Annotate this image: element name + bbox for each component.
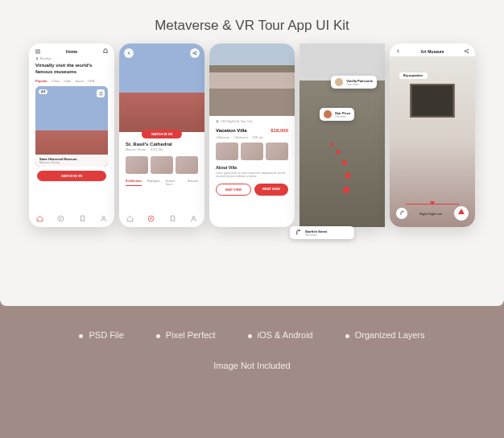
feature-psd: PSD File bbox=[79, 330, 123, 340]
amenity-bedrooms: 4 Bedrooms bbox=[216, 136, 229, 139]
back-button[interactable] bbox=[124, 48, 134, 58]
ar-path-icon bbox=[324, 140, 364, 205]
card-rating: 4.8 bbox=[39, 89, 48, 94]
compass-icon[interactable] bbox=[57, 215, 64, 222]
phone-mockups: Home Brooklyn Virtually visit the world'… bbox=[0, 43, 504, 227]
profile-icon[interactable] bbox=[190, 215, 197, 222]
svg-point-9 bbox=[342, 160, 347, 165]
progress-slider[interactable] bbox=[406, 204, 459, 205]
villa-address: 1315 Eighth St, New York bbox=[209, 116, 295, 123]
svg-point-4 bbox=[196, 54, 196, 55]
poi-avatar bbox=[324, 110, 332, 118]
turn-icon bbox=[294, 229, 302, 237]
detail-tabs: Exhibitions Highlights Guided Tours Artw… bbox=[119, 176, 204, 188]
poi-title: Vanilla Patisserie bbox=[346, 79, 373, 83]
tab-highlights[interactable]: Highlights bbox=[147, 180, 160, 186]
street-distance: 300 meters bbox=[305, 233, 327, 237]
hero-heading: Virtually visit the world's famous museu… bbox=[29, 60, 114, 79]
share-icon[interactable] bbox=[464, 48, 469, 54]
thumb[interactable] bbox=[216, 143, 238, 160]
tab-guided[interactable]: Guided Tours bbox=[165, 180, 183, 186]
thumb[interactable] bbox=[266, 143, 288, 160]
screen-villa: 1315 Eighth St, New York Vacation Villa … bbox=[209, 43, 295, 227]
card-subtitle: Moscow, Russia bbox=[39, 161, 104, 164]
feature-pixel: Pixel Perfect bbox=[156, 330, 216, 340]
poi-distance: 100 meter bbox=[335, 115, 350, 118]
artwork-name: Big apparation bbox=[403, 74, 423, 77]
direction-card[interactable]: Starfish Street 300 meters bbox=[290, 226, 354, 239]
tab-exhibitions[interactable]: Exhibitions bbox=[126, 180, 142, 186]
tab-usa[interactable]: USA bbox=[88, 79, 94, 83]
bell-icon[interactable] bbox=[102, 48, 109, 55]
svg-point-10 bbox=[345, 173, 351, 179]
compass-icon[interactable] bbox=[454, 206, 469, 221]
amenity-bathrooms: 2 Bathrooms bbox=[233, 136, 248, 139]
tab-artwork[interactable]: Artwork bbox=[188, 180, 198, 186]
feature-layers: Organized Layers bbox=[345, 330, 425, 340]
thumb[interactable] bbox=[176, 156, 198, 174]
tab-india[interactable]: India bbox=[64, 79, 71, 83]
compass-icon[interactable] bbox=[147, 215, 155, 222]
share-button[interactable] bbox=[190, 48, 200, 58]
feature-list: PSD File Pixel Perfect iOS & Android Org… bbox=[0, 306, 504, 353]
street-background: Vanilla Patisserie Cafe • 80m Star Pizza… bbox=[300, 43, 385, 227]
museum-scene: Big apparation Slight Right turn bbox=[390, 56, 475, 227]
svg-point-8 bbox=[337, 151, 341, 155]
poi-title: Star Pizza bbox=[335, 111, 350, 115]
svg-point-12 bbox=[465, 51, 465, 52]
bookmark-nav-icon[interactable] bbox=[79, 215, 86, 222]
about-text: Lorem ipsum dolor sit amet consectetur a… bbox=[209, 171, 295, 179]
tab-china[interactable]: China bbox=[52, 79, 60, 83]
back-button[interactable] bbox=[209, 43, 295, 50]
thumb[interactable] bbox=[151, 156, 173, 174]
thumb[interactable] bbox=[241, 143, 263, 160]
feature-platforms: iOS & Android bbox=[248, 330, 313, 340]
bottom-nav bbox=[29, 212, 114, 227]
screen-ar-street: Vanilla Patisserie Cafe • 80m Star Pizza… bbox=[300, 43, 385, 227]
nav-hint: Slight Right turn bbox=[419, 212, 442, 216]
home-icon[interactable] bbox=[36, 215, 43, 222]
menu-icon[interactable] bbox=[35, 48, 41, 55]
svg-point-14 bbox=[468, 52, 469, 53]
svg-point-11 bbox=[343, 187, 349, 193]
museum-card[interactable]: 4.8 State Historical Museum Moscow, Russ… bbox=[35, 86, 108, 167]
amenities-row: 4 Bedrooms 2 Bathrooms 1200 sqft bbox=[209, 134, 295, 141]
thumb[interactable] bbox=[126, 156, 148, 174]
poi-distance: Cafe • 80m bbox=[346, 83, 373, 86]
villa-thumbs bbox=[209, 141, 295, 162]
map-view-button[interactable]: MAP VIEW bbox=[216, 184, 251, 196]
screen-title: Home bbox=[66, 49, 77, 54]
painting[interactable] bbox=[411, 84, 455, 118]
svg-point-2 bbox=[193, 53, 194, 54]
watch-vr-pill[interactable]: WATCH IN VR bbox=[142, 130, 182, 138]
poi-card-pizza[interactable]: Star Pizza 100 meter bbox=[320, 108, 354, 121]
kit-title: Metaverse & VR Tour App UI Kit bbox=[0, 0, 504, 43]
svg-point-1 bbox=[102, 217, 105, 219]
villa-price: $18,000 bbox=[271, 128, 288, 133]
villa-title: Vacation Villa bbox=[216, 128, 247, 133]
rent-now-button[interactable]: RENT NOW bbox=[254, 184, 288, 196]
tab-popular[interactable]: Popular bbox=[35, 79, 48, 83]
artwork-label[interactable]: Big apparation bbox=[399, 72, 428, 79]
bookmark-nav-icon[interactable] bbox=[169, 215, 176, 222]
about-heading: About Villa bbox=[209, 162, 295, 171]
screen-home: Home Brooklyn Virtually visit the world'… bbox=[29, 43, 114, 227]
disclaimer-text: Image Not Included bbox=[0, 353, 504, 370]
hero-image: WATCH IN VR bbox=[119, 43, 204, 132]
svg-point-6 bbox=[192, 217, 195, 219]
back-icon[interactable] bbox=[395, 48, 401, 54]
poi-card-patisserie[interactable]: Vanilla Patisserie Cafe • 80m bbox=[331, 76, 377, 89]
home-icon[interactable] bbox=[126, 215, 134, 222]
bookmark-icon[interactable] bbox=[97, 89, 105, 97]
place-rating: 4.8 (2.3k) bbox=[151, 148, 163, 151]
amenity-sqft: 1200 sqft bbox=[252, 136, 262, 139]
turn-right-button[interactable] bbox=[396, 208, 407, 219]
svg-point-3 bbox=[196, 52, 196, 52]
place-location: Moscow, Russia bbox=[126, 148, 146, 151]
museum-controls: Slight Right turn bbox=[390, 206, 475, 221]
category-tabs: Popular China India Japan USA bbox=[29, 79, 114, 86]
tab-japan[interactable]: Japan bbox=[75, 79, 84, 83]
profile-icon[interactable] bbox=[100, 215, 107, 222]
watch-vr-button[interactable]: WATCH IN VR bbox=[37, 171, 106, 181]
svg-point-7 bbox=[330, 143, 333, 146]
